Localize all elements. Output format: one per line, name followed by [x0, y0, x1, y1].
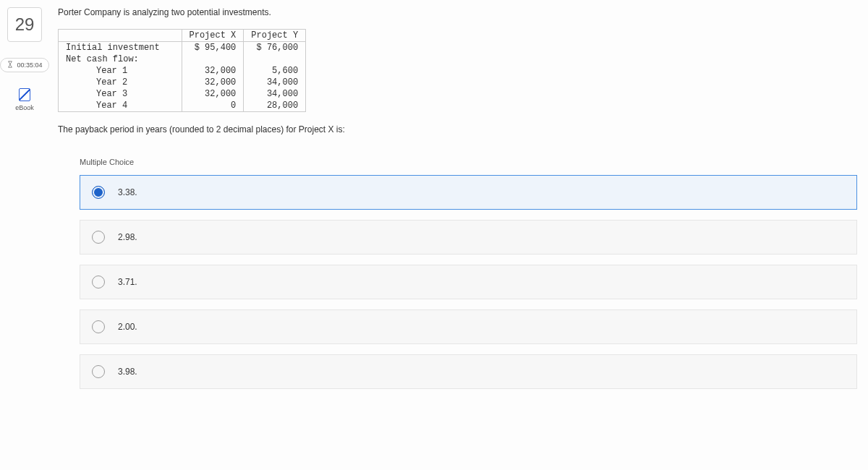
table-row-label: Year 4 — [59, 100, 182, 111]
table-cell-y: 28,000 — [244, 100, 305, 111]
table-row-label: Net cash flow: — [59, 54, 182, 65]
answer-choice[interactable]: 2.98. — [80, 220, 857, 255]
table-cell-x: $ 95,400 — [182, 42, 244, 54]
answer-choice[interactable]: 2.00. — [80, 309, 857, 344]
table-cell-x: 32,000 — [182, 77, 244, 88]
answer-choice[interactable]: 3.71. — [80, 265, 857, 299]
table-cell-y: $ 76,000 — [244, 42, 305, 54]
multiple-choice-label: Multiple Choice — [80, 158, 861, 166]
ebook-button[interactable]: eBook — [15, 88, 34, 111]
choices-list: 3.38.2.98.3.71.2.00.3.98. — [80, 175, 857, 389]
choice-label: 2.98. — [118, 232, 137, 242]
table-cell-x: 32,000 — [182, 88, 244, 100]
question-text: The payback period in years (rounded to … — [58, 124, 861, 134]
table-cell-y: 34,000 — [244, 77, 305, 88]
col-header-x: Project X — [182, 30, 244, 42]
choice-label: 2.00. — [118, 322, 137, 332]
choice-label: 3.71. — [118, 277, 137, 287]
table-cell-x — [182, 54, 244, 65]
timer-pill: 00:35:04 — [0, 58, 48, 72]
table-cell-x: 32,000 — [182, 65, 244, 77]
table-cell-x: 0 — [182, 100, 244, 111]
table-cell-y: 34,000 — [244, 88, 305, 100]
table-cell-y: 5,600 — [244, 65, 305, 77]
choice-label: 3.98. — [118, 367, 137, 377]
book-icon — [19, 88, 30, 101]
answer-choice[interactable]: 3.98. — [80, 354, 857, 389]
ebook-label: eBook — [15, 104, 34, 111]
choice-label: 3.38. — [118, 187, 137, 197]
radio-icon — [92, 231, 105, 244]
hourglass-icon — [7, 61, 14, 69]
question-number: 29 — [7, 7, 42, 42]
radio-icon — [92, 320, 105, 333]
radio-icon — [92, 365, 105, 378]
radio-icon — [92, 186, 105, 199]
table-cell-y — [244, 54, 305, 65]
investment-table: Project X Project Y Initial investment$ … — [59, 30, 305, 111]
col-header-y: Project Y — [244, 30, 305, 42]
table-row-label: Year 3 — [59, 88, 182, 100]
table-row-label: Year 1 — [59, 65, 182, 77]
question-prompt: Porter Company is analyzing two potentia… — [58, 7, 861, 17]
answer-choice[interactable]: 3.38. — [80, 175, 857, 210]
table-row-label: Initial investment — [59, 42, 182, 54]
col-header-blank — [59, 30, 182, 42]
table-row-label: Year 2 — [59, 77, 182, 88]
radio-icon — [92, 275, 105, 289]
data-table-container: Project X Project Y Initial investment$ … — [58, 29, 306, 112]
timer-value: 00:35:04 — [17, 61, 42, 69]
